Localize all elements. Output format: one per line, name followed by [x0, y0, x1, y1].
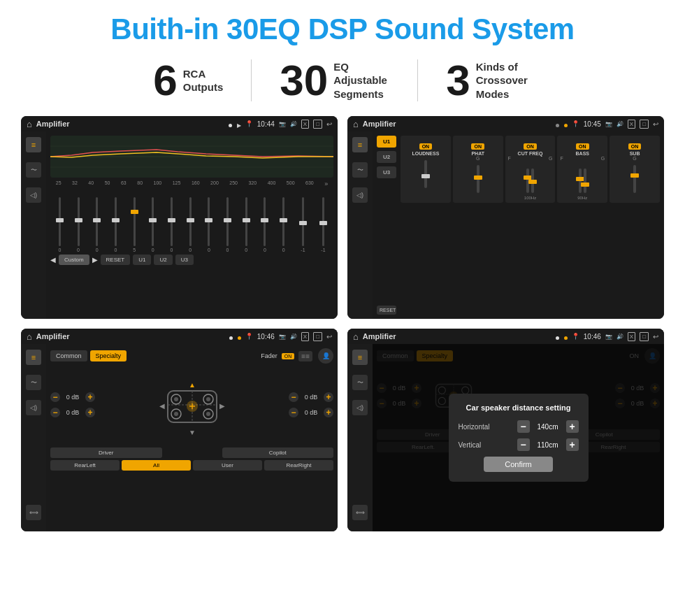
loudness-slider — [403, 156, 448, 191]
cam-icon-4: 📷 — [605, 334, 612, 340]
fader-on-badge: ON — [282, 353, 295, 359]
sidebar-wave-icon-4[interactable]: 〜 — [352, 375, 368, 390]
preset-u3[interactable]: U3 — [377, 166, 396, 178]
dialog-horizontal-plus[interactable]: + — [566, 420, 579, 433]
eq-u2-btn[interactable]: U2 — [154, 255, 172, 265]
fader-adjust-icon[interactable]: ≡≡ — [298, 351, 312, 361]
confirm-button[interactable]: Confirm — [484, 457, 553, 472]
time-3: 10:46 — [257, 333, 275, 341]
vol-icon-4: 🔊 — [616, 334, 623, 340]
eq-prev-btn[interactable]: ◀ — [50, 256, 56, 264]
dialog-horizontal-minus[interactable]: − — [517, 420, 530, 433]
crossover-reset: RESET — [377, 264, 396, 315]
dialog-horizontal-label: Horizontal — [459, 423, 490, 431]
cutfreq-name: CUT FREQ — [508, 151, 553, 156]
sidebar-eq-icon-4[interactable]: ≡ — [352, 350, 368, 365]
dots-1: ▶ — [229, 117, 240, 130]
db-minus-3[interactable]: − — [289, 392, 298, 402]
reset-btn-crossover[interactable]: RESET — [377, 306, 396, 315]
crossover-presets: U1 U2 U3 RESET — [377, 136, 396, 315]
sub-name: SUB — [612, 151, 657, 156]
location-icon-4: 📍 — [572, 333, 579, 340]
screen-3-sidebar: ≡ 〜 ◁) ⟺ — [21, 344, 46, 531]
sidebar-expand-icon-3[interactable]: ⟺ — [26, 505, 41, 520]
fader-tab-specialty[interactable]: Specialty — [90, 350, 127, 361]
time-2: 10:45 — [584, 120, 601, 128]
eq-u1-btn[interactable]: U1 — [133, 255, 151, 265]
screen-fader: ⌂ Amplifier 📍 10:46 📷 🔊 X □ ↩ ≡ 〜 ◁) — [21, 329, 338, 531]
sidebar-volume-icon-3[interactable]: ◁) — [26, 400, 41, 415]
dialog-horizontal-value: 140cm — [534, 423, 562, 431]
fader-rearleft-btn[interactable]: RearLeft — [50, 460, 120, 471]
sidebar-wave-icon[interactable]: 〜 — [26, 162, 41, 178]
eq-curve-svg — [50, 136, 333, 178]
db-minus-1[interactable]: − — [50, 392, 60, 402]
screen-2-body: ≡ 〜 ◁) U1 U2 U3 RESET — [347, 131, 664, 319]
dialog-title: Car speaker distance setting — [459, 403, 579, 412]
eq-custom-btn[interactable]: Custom — [59, 255, 89, 265]
fader-rearright-btn[interactable]: RearRight — [264, 460, 333, 471]
location-icon-1: 📍 — [245, 120, 253, 127]
phat-name: PHAT — [456, 151, 500, 156]
svg-text:▶: ▶ — [219, 402, 225, 410]
screen-1-sidebar: ≡ 〜 ◁) — [21, 131, 46, 319]
vol-icon-2: 🔊 — [616, 121, 623, 127]
back-icon-3: ↩ — [326, 333, 332, 341]
bat-icon-1: □ — [313, 120, 322, 129]
fader-person-icon[interactable]: 👤 — [318, 348, 333, 364]
screen-4-sidebar: ≡ 〜 ◁) ⟺ — [347, 344, 373, 531]
cam-icon-2: 📷 — [605, 121, 612, 127]
db-val-4: 0 dB — [301, 409, 322, 416]
crossover-main: U1 U2 U3 RESET ON LOUDNESS — [373, 131, 664, 319]
fader-tab-common[interactable]: Common — [50, 350, 87, 361]
eq-slider-6: 0 — [171, 197, 173, 252]
db-ctrl-2: − 0 dB + — [50, 408, 95, 417]
db-val-3: 0 dB — [301, 394, 322, 401]
fader-all-btn[interactable]: All — [122, 460, 191, 471]
db-minus-4[interactable]: − — [289, 408, 298, 417]
screen-2-sidebar: ≡ 〜 ◁) — [347, 131, 373, 319]
phat-on: ON — [471, 143, 484, 150]
db-plus-2[interactable]: + — [85, 408, 95, 417]
sidebar-eq-icon-2[interactable]: ≡ — [352, 137, 368, 152]
db-ctrl-3: − 0 dB + — [289, 392, 333, 402]
eq-slider-5: 0 — [152, 197, 154, 252]
sidebar-volume-icon[interactable]: ◁) — [26, 187, 41, 203]
back-icon-2: ↩ — [653, 120, 658, 128]
fader-driver-btn[interactable]: Driver — [50, 447, 162, 458]
eq-next-btn[interactable]: ▶ — [92, 256, 98, 264]
cutfreq-sliders — [508, 161, 553, 196]
wifi-icon-2: X — [628, 120, 635, 129]
loudness-on: ON — [419, 143, 433, 150]
preset-u1[interactable]: U1 — [377, 136, 396, 148]
eq-u3-btn[interactable]: U3 — [175, 255, 194, 265]
eq-reset-btn[interactable]: RESET — [101, 255, 131, 265]
sub-slider — [612, 161, 657, 196]
screen-1-title: Amplifier — [36, 120, 224, 128]
dialog-vertical-minus[interactable]: − — [517, 438, 530, 451]
db-plus-1[interactable]: + — [85, 392, 95, 402]
eq-bottom-bar: ◀ Custom ▶ RESET U1 U2 U3 — [50, 255, 333, 265]
sub-on: ON — [628, 143, 642, 150]
control-cutfreq: ON CUT FREQ FG 100Hz — [505, 136, 556, 203]
db-minus-2[interactable]: − — [50, 408, 60, 417]
sidebar-wave-icon-3[interactable]: 〜 — [26, 375, 41, 390]
eq-slider-3: 0 — [114, 197, 117, 252]
fader-user-btn[interactable]: User — [193, 460, 262, 471]
sidebar-eq-icon[interactable]: ≡ — [26, 137, 41, 152]
dialog-horizontal-ctrl: − 140cm + — [517, 420, 579, 433]
db-plus-3[interactable]: + — [324, 392, 333, 402]
dialog-vertical-plus[interactable]: + — [566, 438, 579, 451]
sidebar-expand-icon-4[interactable]: ⟺ — [352, 505, 368, 520]
sidebar-volume-icon-4[interactable]: ◁) — [352, 400, 368, 415]
sidebar-wave-icon-2[interactable]: 〜 — [352, 162, 368, 178]
back-icon-1: ↩ — [326, 120, 332, 128]
fader-copilot-btn[interactable]: Copilot — [222, 447, 334, 458]
db-plus-4[interactable]: + — [324, 408, 333, 417]
sidebar-volume-icon-2[interactable]: ◁) — [352, 187, 368, 203]
sidebar-eq-icon-3[interactable]: ≡ — [26, 350, 41, 365]
speaker-layout: − 0 dB + − 0 dB + — [50, 366, 333, 443]
screen-1-body: ≡ 〜 ◁) — [21, 131, 338, 319]
preset-u2[interactable]: U2 — [377, 151, 396, 163]
svg-text:◀: ◀ — [159, 402, 165, 410]
